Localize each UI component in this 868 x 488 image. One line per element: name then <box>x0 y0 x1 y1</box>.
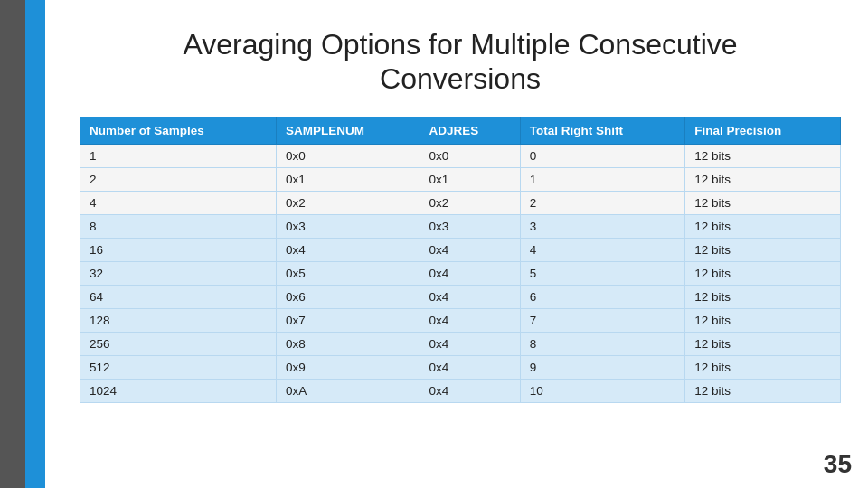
table-cell: 1024 <box>80 379 277 402</box>
table-row: 640x60x4612 bits <box>80 285 841 308</box>
table-cell: 0x0 <box>276 144 420 167</box>
table-cell: 0x2 <box>276 191 420 214</box>
table-cell: 4 <box>520 238 684 261</box>
table-cell: 0x4 <box>420 238 520 261</box>
table-cell: 9 <box>520 355 684 379</box>
table-cell: 0x1 <box>420 167 520 191</box>
table-cell: 12 bits <box>685 238 841 261</box>
table-cell: 12 bits <box>685 261 841 285</box>
main-content: Averaging Options for Multiple Consecuti… <box>61 0 868 488</box>
table-row: 160x40x4412 bits <box>80 238 841 261</box>
table-cell: 0x7 <box>276 308 420 332</box>
table-cell: 12 bits <box>685 167 841 191</box>
table-cell: 12 bits <box>685 379 841 402</box>
data-table: Number of Samples SAMPLENUM ADJRES Total… <box>80 117 841 403</box>
col-header-total-right-shift: Total Right Shift <box>520 117 684 144</box>
table-header-row: Number of Samples SAMPLENUM ADJRES Total… <box>80 117 841 144</box>
table-cell: 0x0 <box>420 144 520 167</box>
table-cell: 0x4 <box>420 261 520 285</box>
table-cell: 0 <box>520 144 684 167</box>
table-cell: 3 <box>520 214 684 238</box>
col-header-final-precision: Final Precision <box>685 117 841 144</box>
table-row: 320x50x4512 bits <box>80 261 841 285</box>
table-cell: 4 <box>80 191 277 214</box>
page-title: Averaging Options for Multiple Consecuti… <box>80 27 841 97</box>
table-cell: 12 bits <box>685 332 841 355</box>
table-cell: 0xA <box>276 379 420 402</box>
table-cell: 0x1 <box>276 167 420 191</box>
table-row: 40x20x2212 bits <box>80 191 841 214</box>
table-cell: 0x4 <box>420 332 520 355</box>
page-number: 35 <box>824 450 852 479</box>
table-cell: 128 <box>80 308 277 332</box>
table-cell: 12 bits <box>685 308 841 332</box>
table-cell: 64 <box>80 285 277 308</box>
table-cell: 2 <box>80 167 277 191</box>
table-cell: 256 <box>80 332 277 355</box>
table-row: 20x10x1112 bits <box>80 167 841 191</box>
table-cell: 10 <box>520 379 684 402</box>
table-cell: 0x4 <box>420 379 520 402</box>
table-cell: 1 <box>80 144 277 167</box>
table-cell: 512 <box>80 355 277 379</box>
table-cell: 8 <box>80 214 277 238</box>
table-row: 10240xA0x41012 bits <box>80 379 841 402</box>
table-row: 5120x90x4912 bits <box>80 355 841 379</box>
table-cell: 0x5 <box>276 261 420 285</box>
table-cell: 12 bits <box>685 355 841 379</box>
table-cell: 1 <box>520 167 684 191</box>
table-cell: 0x4 <box>420 285 520 308</box>
table-cell: 0x8 <box>276 332 420 355</box>
table-cell: 8 <box>520 332 684 355</box>
table-row: 10x00x0012 bits <box>80 144 841 167</box>
table-cell: 0x2 <box>420 191 520 214</box>
col-header-samplenum: SAMPLENUM <box>276 117 420 144</box>
table-cell: 5 <box>520 261 684 285</box>
table-cell: 0x6 <box>276 285 420 308</box>
table-cell: 0x3 <box>276 214 420 238</box>
table-cell: 0x4 <box>276 238 420 261</box>
table-cell: 12 bits <box>685 285 841 308</box>
left-bar-blue <box>25 0 45 488</box>
table-cell: 0x4 <box>420 355 520 379</box>
table-row: 2560x80x4812 bits <box>80 332 841 355</box>
table-cell: 0x3 <box>420 214 520 238</box>
col-header-samples: Number of Samples <box>80 117 277 144</box>
table-cell: 6 <box>520 285 684 308</box>
table-cell: 7 <box>520 308 684 332</box>
table-cell: 12 bits <box>685 214 841 238</box>
table-cell: 32 <box>80 261 277 285</box>
table-cell: 2 <box>520 191 684 214</box>
table-cell: 0x4 <box>420 308 520 332</box>
table-row: 1280x70x4712 bits <box>80 308 841 332</box>
table-cell: 16 <box>80 238 277 261</box>
table-cell: 12 bits <box>685 191 841 214</box>
table-cell: 12 bits <box>685 144 841 167</box>
col-header-adjres: ADJRES <box>420 117 520 144</box>
left-bar-dark <box>0 0 25 488</box>
table-row: 80x30x3312 bits <box>80 214 841 238</box>
table-cell: 0x9 <box>276 355 420 379</box>
